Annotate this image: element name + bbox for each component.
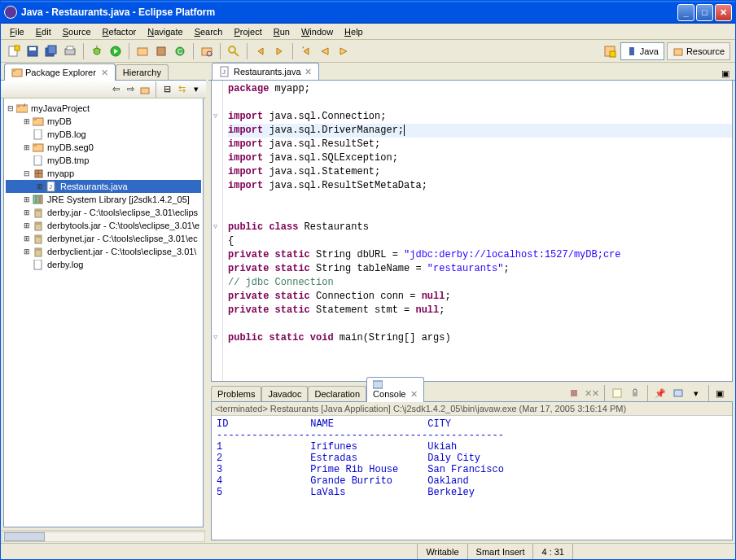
bottom-tab-declaration[interactable]: Declaration <box>308 386 366 401</box>
annotation-prev-button[interactable] <box>252 43 269 59</box>
menu-file[interactable]: File <box>4 25 30 38</box>
menu-refactor[interactable]: Refactor <box>97 25 142 38</box>
debug-button[interactable] <box>89 43 105 59</box>
run-button[interactable] <box>107 43 124 59</box>
tree-item-11[interactable]: derby.log <box>6 258 201 271</box>
tree-item-9[interactable]: ⊞derbynet.jar - C:\tools\eclipse_3.01\ec <box>6 232 201 245</box>
maximize-console-icon[interactable]: ▣ <box>713 387 726 400</box>
print-button[interactable] <box>62 43 78 59</box>
code-line-8[interactable] <box>228 193 732 207</box>
code-line-13[interactable]: private static String tableName = "resta… <box>228 262 732 276</box>
bottom-tab-javadoc[interactable]: Javadoc <box>261 386 308 401</box>
forward-button[interactable] <box>335 43 352 59</box>
annotation-next-button[interactable] <box>271 43 287 59</box>
view-menu-icon[interactable]: ▾ <box>190 83 203 96</box>
last-edit-button[interactable]: * <box>298 43 314 59</box>
code-line-4[interactable]: import java.sql.ResultSet; <box>228 138 732 151</box>
code-line-7[interactable]: import java.sql.ResultSetMetaData; <box>228 179 732 193</box>
code-line-5[interactable]: import java.sql.SQLException; <box>228 151 732 165</box>
tree-item-2[interactable]: ⊞myDB.seg0 <box>6 141 201 154</box>
code-line-11[interactable]: { <box>228 234 732 248</box>
package-explorer-tab[interactable]: Package Explorer ✕ <box>4 63 116 81</box>
svg-rect-43 <box>34 155 42 165</box>
code-line-16[interactable]: private static Statement stmt = null; <box>228 304 732 317</box>
forward-icon[interactable]: ⇨ <box>124 83 137 96</box>
tree-item-8[interactable]: ⊞derbytools.jar - C:\tools\eclipse_3.01\… <box>6 219 201 232</box>
close-button[interactable]: ✕ <box>715 4 732 21</box>
code-line-3[interactable]: import java.sql.DriverManager; <box>228 124 732 138</box>
open-perspective-button[interactable] <box>602 43 618 59</box>
sidebar-scrollbar[interactable] <box>1 530 206 543</box>
java-perspective-button[interactable]: Java <box>620 42 664 60</box>
tree-item-10[interactable]: ⊞derbyclient.jar - C:\tools\eclipse_3.01… <box>6 245 201 258</box>
tree-item-3[interactable]: myDB.tmp <box>6 154 201 167</box>
back-icon[interactable]: ⇦ <box>109 83 122 96</box>
menu-navigate[interactable]: Navigate <box>142 25 188 38</box>
minimize-button[interactable]: _ <box>677 4 694 21</box>
tree-item-1[interactable]: myDB.log <box>6 128 201 141</box>
tree-project-root[interactable]: ⊟JmyJavaProject <box>6 102 201 115</box>
console-toolbar: ✕✕ 📌 ▾ ▣ <box>424 385 733 401</box>
code-line-10[interactable]: public class Restaurants <box>228 221 732 234</box>
bottom-tab-problems[interactable]: Problems <box>211 386 261 401</box>
pin-console-icon[interactable]: 📌 <box>652 385 668 401</box>
code-line-18[interactable]: public static void main(String[] args) <box>228 331 732 345</box>
fold-marker-icon[interactable]: ▽ <box>213 110 221 118</box>
remove-terminated-icon[interactable]: ✕✕ <box>584 385 600 401</box>
code-line-1[interactable] <box>228 96 732 110</box>
editor-tab-restaurants[interactable]: J Restaurants.java ✕ <box>212 63 319 80</box>
display-console-icon[interactable] <box>670 385 686 401</box>
code-line-12[interactable]: private static String dbURL = "jdbc:derb… <box>228 248 732 262</box>
search-button[interactable] <box>226 43 242 59</box>
maximize-button[interactable]: □ <box>696 4 713 21</box>
save-all-button[interactable] <box>43 43 59 59</box>
menu-window[interactable]: Window <box>296 25 339 38</box>
scroll-lock-icon[interactable] <box>627 385 643 401</box>
close-console-tab-icon[interactable]: ✕ <box>410 389 418 399</box>
terminate-icon[interactable] <box>566 385 582 401</box>
project-tree[interactable]: ⊟JmyJavaProject⊞myDBmyDB.log⊞myDB.seg0my… <box>3 98 204 527</box>
save-button[interactable] <box>24 43 41 59</box>
clear-console-icon[interactable] <box>609 385 625 401</box>
new-button[interactable] <box>6 43 22 59</box>
bottom-tab-console[interactable]: Console ✕ <box>366 377 423 402</box>
console-output[interactable]: ID NAME CITY ---------------------------… <box>212 416 732 540</box>
back-button[interactable] <box>317 43 333 59</box>
tree-item-7[interactable]: ⊞derby.jar - C:\tools\eclipse_3.01\eclip… <box>6 206 201 219</box>
code-line-6[interactable]: import java.sql.Statement; <box>228 165 732 179</box>
hierarchy-tab[interactable]: Hierarchy <box>116 64 169 80</box>
code-line-2[interactable]: import java.sql.Connection; <box>228 110 732 124</box>
new-class-button[interactable]: C <box>172 43 188 59</box>
menu-search[interactable]: Search <box>189 25 229 38</box>
svg-rect-59 <box>35 248 42 251</box>
fold-marker-icon[interactable]: ▽ <box>213 331 221 339</box>
new-package-button[interactable] <box>153 43 169 59</box>
tree-item-0[interactable]: ⊞myDB <box>6 115 201 128</box>
menu-run[interactable]: Run <box>268 25 296 38</box>
link-editor-icon[interactable]: ⇆ <box>175 83 188 96</box>
up-icon[interactable] <box>138 83 151 96</box>
code-line-14[interactable]: // jdbc Connection <box>228 276 732 290</box>
collapse-all-icon[interactable]: ⊟ <box>160 83 173 96</box>
close-tab-icon[interactable]: ✕ <box>101 68 108 78</box>
maximize-view-icon[interactable]: ▣ <box>719 67 732 80</box>
menu-edit[interactable]: Edit <box>30 25 57 38</box>
resource-perspective-button[interactable]: Resource <box>667 42 730 60</box>
svg-rect-64 <box>571 390 577 396</box>
code-line-15[interactable]: private static Connection conn = null; <box>228 290 732 304</box>
code-line-9[interactable] <box>228 207 732 221</box>
close-editor-icon[interactable]: ✕ <box>304 67 312 77</box>
tree-item-5[interactable]: ⊞JRestaurants.java <box>6 180 201 193</box>
code-line-0[interactable]: package myapp; <box>228 82 732 96</box>
open-type-button[interactable] <box>199 43 215 59</box>
fold-marker-icon[interactable]: ▽ <box>213 221 221 229</box>
tree-item-4[interactable]: ⊟myapp <box>6 167 201 180</box>
new-project-button[interactable] <box>134 43 151 59</box>
menu-help[interactable]: Help <box>339 25 369 38</box>
tree-item-6[interactable]: ⊞JRE System Library [j2sdk1.4.2_05] <box>6 193 201 206</box>
menu-source[interactable]: Source <box>57 25 97 38</box>
code-editor[interactable]: ▽▽▽ package myapp; import java.sql.Conne… <box>211 81 733 382</box>
menu-project[interactable]: Project <box>229 25 268 38</box>
open-console-icon[interactable]: ▾ <box>688 385 704 401</box>
code-line-17[interactable] <box>228 317 732 331</box>
